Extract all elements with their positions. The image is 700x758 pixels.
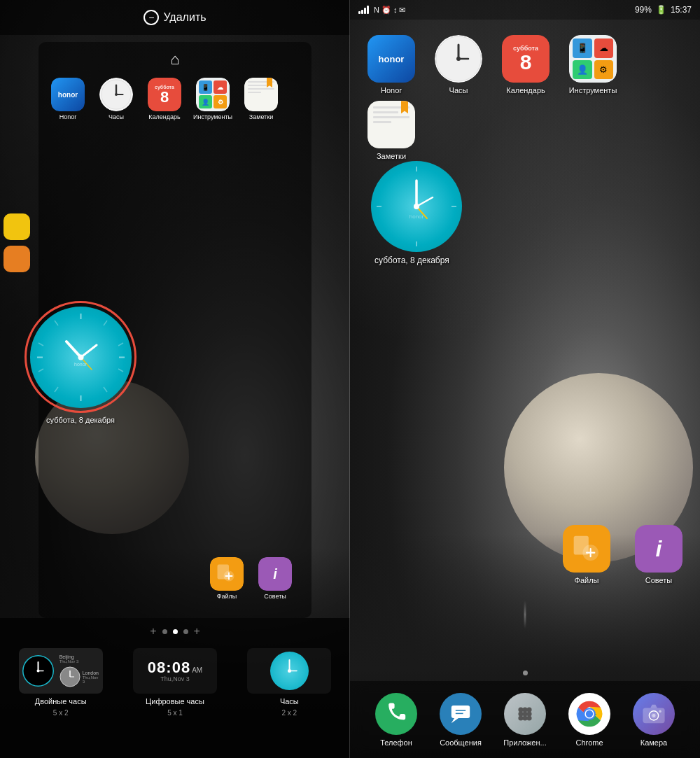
tips-right-label: Советы	[645, 576, 672, 585]
svg-marker-69	[650, 704, 657, 708]
app-item-tools[interactable]: 📱 ☁ 👤 ⚙ Инструменты	[190, 78, 235, 121]
chrome-label: Chrome	[575, 738, 603, 747]
delete-button[interactable]: − Удалить	[144, 10, 206, 25]
widget-items-row: Beijing Thu,Nov 3 London Thu,Nov	[0, 641, 350, 758]
files-inner-right	[563, 525, 610, 573]
dot-2	[183, 629, 188, 634]
double-clock-preview: Beijing Thu,Nov 3 London Thu,Nov	[19, 648, 103, 694]
dock-messages[interactable]: Сообщения	[433, 693, 489, 747]
right-analog-clock-face: honor	[371, 161, 462, 252]
svg-line-16	[38, 369, 43, 372]
app-item-calendar[interactable]: суббота 8 Календарь	[142, 78, 187, 121]
notes-bookmark-right	[401, 101, 408, 113]
dot-plus-right[interactable]: +	[194, 625, 200, 638]
edge-app-2[interactable]	[4, 246, 30, 272]
home-icon: ⌂	[170, 50, 179, 69]
clock-widget-right[interactable]: honor суббота, 8 декабря	[371, 161, 462, 265]
app-calendar-right[interactable]: суббота 8 Календарь	[495, 35, 556, 95]
app-tips-right[interactable]: i Советы	[628, 525, 690, 585]
app-grid-left: honor Honor Часы	[38, 74, 312, 125]
tips-card-label: Советы	[264, 593, 286, 601]
svg-marker-52	[451, 718, 458, 723]
app-notes-right[interactable]: Заметки	[360, 101, 422, 161]
app-item-files-card[interactable]: Файлы	[204, 557, 249, 601]
widget-double-clock[interactable]: Beijing Thu,Nov 3 London Thu,Nov	[15, 648, 106, 717]
digital-clock-label: Цифровые часы	[146, 697, 204, 706]
dot-plus-left[interactable]: +	[150, 625, 156, 638]
svg-point-72	[652, 714, 656, 717]
svg-point-73	[659, 710, 662, 713]
dot-1	[162, 629, 167, 634]
beijing-date: Thu,Nov 3	[59, 659, 99, 664]
left-panel: − Удалить ⌂ honor Honor	[0, 0, 350, 758]
honor-icon-inner-right: honor	[368, 35, 415, 83]
dock-camera[interactable]: Камера	[626, 693, 682, 747]
notes-icon-right	[368, 101, 415, 148]
notes-right-label: Заметки	[377, 152, 406, 161]
signal-bars	[358, 6, 369, 14]
svg-line-12	[118, 369, 123, 372]
widget-single-clock[interactable]: Часы 2 x 2	[244, 648, 335, 717]
dot-active	[173, 629, 178, 634]
single-clock-label: Часы	[280, 697, 299, 706]
dots-row: + +	[0, 618, 350, 641]
notes-label: Заметки	[249, 113, 273, 121]
apps-icon	[504, 693, 546, 735]
files-card-label: Файлы	[217, 593, 237, 601]
dock-chrome[interactable]: Chrome	[561, 693, 617, 747]
svg-point-37	[456, 57, 461, 61]
right-app-grid: honor Honor Часы	[350, 28, 700, 168]
widget-digital-clock[interactable]: 08:08 AM Thu,Nov 3 Цифровые часы 5 x 1	[130, 648, 220, 717]
digital-clock-size: 5 x 1	[167, 709, 183, 717]
bar-3	[364, 8, 366, 14]
dock-phone[interactable]: Телефон	[368, 693, 424, 747]
top-bar: − Удалить	[0, 0, 350, 35]
app-clock-right[interactable]: Часы	[428, 35, 489, 95]
tool-2: ☁	[594, 38, 614, 58]
app-honor-right[interactable]: honor Honor	[360, 35, 422, 95]
app-item-notes[interactable]: Заметки	[239, 78, 284, 121]
tools-right-label: Инструменты	[569, 86, 617, 95]
battery-icon: 🔋	[656, 5, 666, 15]
right-dock: Телефон Сообщения	[350, 681, 700, 758]
app-tools-right[interactable]: 📱 ☁ 👤 ⚙ Инструменты	[562, 35, 624, 95]
clock-widget-left[interactable]: honor суббота, 8 декабря	[24, 301, 136, 424]
svg-point-23	[78, 354, 83, 360]
apps-label: Приложен...	[503, 738, 546, 747]
digital-time-row: 08:08 AM	[148, 660, 202, 675]
bottom-widget-row: + +	[0, 618, 350, 758]
mini-clock-beijing	[22, 655, 54, 687]
svg-rect-51	[451, 706, 470, 718]
beijing-info: Beijing Thu,Nov 3	[59, 654, 99, 664]
status-right: 99% 🔋 15:37	[635, 5, 692, 15]
right-bottom-apps: Файлы i Советы	[556, 525, 690, 585]
honor-label: Honor	[59, 113, 77, 121]
dock-apps[interactable]: Приложен...	[497, 693, 553, 747]
app-files-right[interactable]: Файлы	[556, 525, 617, 585]
note-line-2	[373, 111, 398, 113]
svg-line-18	[38, 343, 43, 346]
bar-4	[367, 6, 369, 14]
svg-point-33	[288, 669, 291, 673]
svg-line-20	[80, 345, 97, 358]
notes-inner-right	[368, 101, 415, 148]
svg-point-41	[414, 204, 419, 209]
cal-day-num: 8	[160, 90, 169, 105]
clock-date-left: суббота, 8 декабря	[24, 416, 136, 424]
honor-icon: honor	[51, 78, 85, 111]
alarm-icon: ⏰	[382, 6, 391, 15]
app-item-honor[interactable]: honor Honor	[46, 78, 90, 121]
right-clock-date: суббота, 8 декабря	[371, 255, 462, 265]
files-icon-right	[563, 525, 610, 573]
battery-percent: 99%	[635, 5, 652, 15]
network-n: N	[374, 6, 379, 14]
edge-app-1[interactable]	[4, 213, 30, 240]
bar-1	[358, 11, 360, 14]
app-item-clock[interactable]: Часы	[94, 78, 139, 121]
tools-label: Инструменты	[193, 113, 232, 121]
app-item-tips-card[interactable]: i Советы	[253, 557, 298, 601]
beijing-city: Beijing	[59, 654, 99, 659]
digital-date-info: Thu,Nov 3	[160, 675, 190, 682]
clock-label: Часы	[108, 113, 124, 121]
msg-icon: ✉	[399, 6, 405, 15]
